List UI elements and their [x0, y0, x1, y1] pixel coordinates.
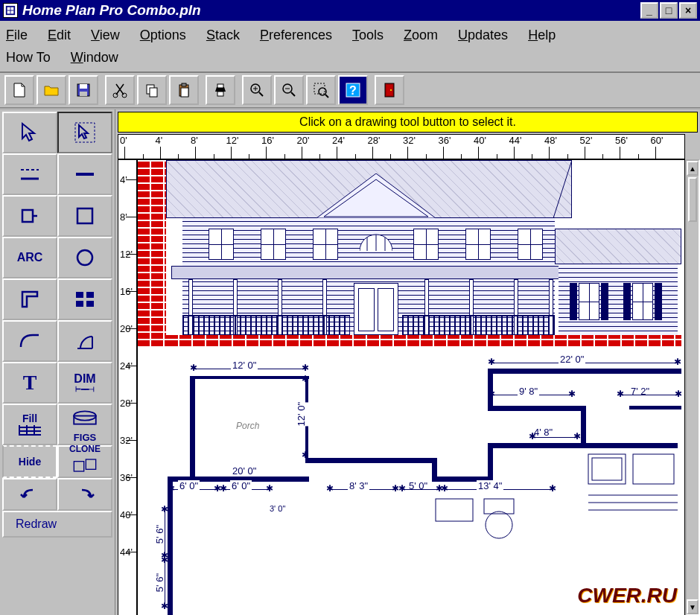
dim-12-0b: 12' 0": [294, 402, 308, 426]
svg-rect-6: [80, 92, 87, 96]
svg-rect-55: [633, 454, 674, 484]
window-tool[interactable]: [57, 278, 112, 320]
svg-rect-5: [80, 84, 87, 89]
work-area: ARC T DIM⊢━━⊣ Fill FIGS Hide CLONE Redra…: [0, 108, 700, 615]
circle-tool[interactable]: [57, 237, 112, 278]
svg-text:?: ?: [349, 84, 357, 97]
print-button[interactable]: [206, 75, 235, 105]
menu-stack[interactable]: Stack: [206, 24, 240, 46]
svg-rect-51: [436, 499, 473, 521]
menu-file[interactable]: File: [6, 24, 28, 46]
scroll-up-button[interactable]: ▲: [687, 161, 699, 176]
svg-rect-35: [77, 208, 92, 223]
solid-line-tool[interactable]: [57, 153, 112, 195]
new-button[interactable]: [4, 75, 34, 105]
arc-tool[interactable]: ARC: [2, 237, 57, 278]
watermark: CWER.RU: [577, 584, 677, 608]
figures-tool[interactable]: FIGS: [57, 404, 112, 445]
menu-edit[interactable]: Edit: [48, 24, 71, 46]
svg-rect-54: [588, 454, 626, 484]
svg-line-17: [259, 92, 263, 96]
dashed-line-tool[interactable]: [2, 153, 57, 195]
svg-rect-45: [86, 459, 95, 469]
scroll-thumb[interactable]: [688, 177, 697, 222]
drawing-canvas[interactable]: 12' 0" 12' 0" 20' 0" 9' 8" 22' 0" 4' 8" …: [137, 159, 685, 615]
scroll-down-button[interactable]: ▼: [687, 599, 699, 614]
room-porch: Porch: [235, 421, 261, 431]
menu-zoom[interactable]: Zoom: [404, 24, 438, 46]
help-button[interactable]: ?: [338, 75, 368, 105]
pointer-tool[interactable]: [2, 112, 57, 153]
dimension-tool[interactable]: DIM⊢━━⊣: [57, 362, 112, 404]
menu-updates[interactable]: Updates: [458, 24, 508, 46]
figs-label: FIGS: [73, 433, 97, 443]
svg-point-8: [122, 93, 127, 98]
hint-bar: Click on a drawing tool button to select…: [118, 112, 698, 133]
dim-label: DIM: [74, 372, 95, 386]
dim-6-0b: 6' 0": [230, 480, 252, 491]
menu-window[interactable]: Window: [71, 46, 118, 68]
open-button[interactable]: [36, 75, 66, 105]
zoom-in-button[interactable]: [242, 75, 272, 105]
dim-9-8: 9' 8": [518, 386, 539, 397]
copy-button[interactable]: [137, 75, 167, 105]
text-tool[interactable]: T: [2, 362, 57, 404]
svg-rect-40: [86, 301, 94, 307]
svg-rect-38: [86, 292, 94, 298]
cut-button[interactable]: [105, 75, 135, 105]
svg-point-7: [113, 93, 118, 98]
zoom-window-button[interactable]: [306, 75, 336, 105]
vertical-scrollbar[interactable]: ▲ ▼: [685, 159, 700, 615]
canvas-area: Click on a drawing tool button to select…: [115, 109, 700, 615]
svg-point-52: [486, 512, 512, 538]
zoom-out-button[interactable]: [274, 75, 304, 105]
dim-13-4: 13' 4": [477, 480, 503, 491]
door-tool[interactable]: [57, 320, 112, 362]
tool-palette: ARC T DIM⊢━━⊣ Fill FIGS Hide CLONE Redra…: [0, 109, 115, 615]
menu-bar: File Edit View Options Stack Preferences…: [0, 21, 700, 71]
svg-rect-56: [592, 458, 622, 480]
save-button[interactable]: [69, 75, 98, 105]
window-title: Home Plan Pro Combo.pln: [22, 2, 640, 19]
fill-label: Fill: [19, 413, 41, 424]
undo-button[interactable]: [2, 478, 57, 511]
exit-button[interactable]: [375, 75, 404, 105]
minimize-button[interactable]: _: [640, 2, 658, 19]
horizontal-ruler: 0'4'8'12'16'20'24'28'32'36'40'44'48'52'5…: [118, 134, 685, 159]
dim-22-0: 22' 0": [559, 354, 585, 365]
redo-button[interactable]: [57, 478, 112, 511]
svg-point-36: [77, 250, 92, 265]
dim-12-0a: 12' 0": [231, 360, 258, 371]
clone-button[interactable]: CLONE: [57, 445, 112, 478]
main-toolbar: ?: [0, 71, 700, 108]
fill-tool[interactable]: Fill: [2, 404, 57, 445]
menu-howto[interactable]: How To: [6, 46, 51, 68]
dim-8-3: 8' 3": [348, 480, 369, 491]
menu-options[interactable]: Options: [140, 24, 186, 46]
floor-plan: 12' 0" 12' 0" 20' 0" 9' 8" 22' 0" 4' 8" …: [138, 361, 684, 615]
wall-tool[interactable]: [2, 278, 57, 320]
svg-rect-15: [217, 92, 223, 96]
curve-tool[interactable]: [2, 320, 57, 362]
hide-button[interactable]: Hide: [2, 445, 57, 478]
maximize-button[interactable]: □: [660, 2, 678, 19]
title-bar: Home Plan Pro Combo.pln _ □ ×: [0, 0, 700, 21]
redraw-button[interactable]: Redraw: [2, 511, 112, 538]
svg-marker-46: [316, 173, 436, 218]
svg-rect-12: [182, 83, 186, 86]
close-button[interactable]: ×: [679, 2, 697, 19]
select-tool[interactable]: [57, 112, 112, 153]
svg-line-25: [325, 95, 328, 98]
menu-help[interactable]: Help: [528, 24, 556, 46]
rectangle-tool[interactable]: [2, 195, 57, 237]
menu-view[interactable]: View: [91, 24, 120, 46]
paste-button[interactable]: [169, 75, 199, 105]
menu-tools[interactable]: Tools: [352, 24, 384, 46]
menu-preferences[interactable]: Preferences: [260, 24, 332, 46]
svg-rect-13: [181, 88, 188, 97]
dim-3-0: 3' 0": [268, 504, 287, 513]
svg-line-21: [291, 92, 295, 96]
vertical-ruler: 4'8'12'16'20'24'28'32'36'40'44': [118, 159, 137, 615]
polygon-tool[interactable]: [57, 195, 112, 237]
dim-20-0: 20' 0": [231, 465, 258, 477]
